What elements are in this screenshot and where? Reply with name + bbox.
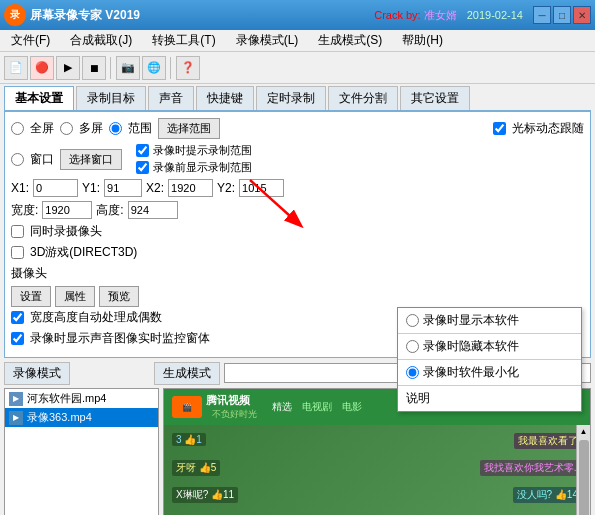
check-d3d[interactable] [11,246,24,259]
scroll-thumb[interactable] [579,440,589,515]
radio-multiscreen[interactable] [60,122,73,135]
toolbar-web[interactable]: 🌐 [142,56,166,80]
label-x1: X1: [11,181,29,195]
app-logo: 录 [4,4,26,26]
dd-hide-software-label: 录像时隐藏本软件 [423,338,519,355]
settings-button[interactable]: 设置 [11,286,51,307]
label-window: 窗口 [30,151,54,168]
check-sync-camera[interactable] [11,225,24,238]
input-width[interactable] [42,201,92,219]
file-icon-1: ▶ [9,392,23,406]
toolbar-screenshot[interactable]: 📷 [116,56,140,80]
label-auto-bitrate: 宽度高度自动处理成偶数 [30,309,162,326]
camera-row: 同时录摄像头 [11,223,584,240]
toolbar-record[interactable]: 🔴 [30,56,54,80]
dd-show-software-label: 录像时显示本软件 [423,312,519,329]
select-window-button[interactable]: 选择窗口 [60,149,122,170]
dd-separator3 [398,385,581,386]
comment-3: X琳呢? 👍11 [172,487,238,503]
record-mode-label: 录像模式 [4,362,70,385]
select-range-button[interactable]: 选择范围 [158,118,220,139]
nav-tv[interactable]: 电视剧 [302,400,332,414]
file-list[interactable]: ▶ 河东软件园.mp4 ▶ 录像363.mp4 [4,388,159,515]
toolbar: 📄 🔴 ▶ ⏹ 📷 🌐 ❓ [0,52,595,84]
tab-split[interactable]: 文件分割 [328,86,398,110]
check-auto-bitrate[interactable] [11,311,24,324]
label-sync-camera: 同时录摄像头 [30,223,102,240]
main-content: 基本设置 录制目标 声音 快捷键 定时录制 文件分割 其它设置 全屏 多屏 范围… [0,84,595,515]
file-item-2[interactable]: ▶ 录像363.mp4 [5,408,158,427]
check-show-range-start[interactable] [136,144,149,157]
menu-help[interactable]: 帮助(H) [393,29,452,52]
check-light-dynamic[interactable] [493,122,506,135]
input-x2[interactable] [168,179,213,197]
tab-audio[interactable]: 声音 [148,86,194,110]
menu-tools[interactable]: 转换工具(T) [143,29,224,52]
dd-minimize-software[interactable]: 录像时软件最小化 [398,362,581,383]
menu-file[interactable]: 文件(F) [2,29,59,52]
left-buttons: 设置 属性 预览 [11,286,584,307]
toolbar-new[interactable]: 📄 [4,56,28,80]
preview-button[interactable]: 预览 [99,286,139,307]
radio-hide-software[interactable] [406,340,419,353]
maximize-button[interactable]: □ [553,6,571,24]
tab-other[interactable]: 其它设置 [400,86,470,110]
file-name-2: 录像363.mp4 [27,410,92,425]
crack-label: Crack by: 准女婿 [374,8,457,23]
menu-generate[interactable]: 生成模式(S) [309,29,391,52]
scroll-right[interactable]: ▲ ▼ [576,425,590,515]
toolbar-help[interactable]: ❓ [176,56,200,80]
tab-row: 基本设置 录制目标 声音 快捷键 定时录制 文件分割 其它设置 [4,88,591,112]
comment-right-3: 没人吗? 👍14 [513,487,582,503]
dd-separator2 [398,359,581,360]
input-y2[interactable] [239,179,284,197]
label-show-range-start: 录像时提示录制范围 [153,143,252,158]
toolbar-separator [110,57,112,79]
properties-button[interactable]: 属性 [55,286,95,307]
comment-right-1: 我最喜欢看了 [514,433,582,449]
menu-bar: 文件(F) 合成截取(J) 转换工具(T) 录像模式(L) 生成模式(S) 帮助… [0,30,595,52]
scroll-up-btn[interactable]: ▲ [578,425,590,438]
nav-movie[interactable]: 电影 [342,400,362,414]
label-y2: Y2: [217,181,235,195]
app-title: 屏幕录像专家 V2019 [30,7,374,24]
dd-separator [398,333,581,334]
minimize-button[interactable]: ─ [533,6,551,24]
radio-fullscreen[interactable] [11,122,24,135]
menu-record-mode[interactable]: 录像模式(L) [227,29,308,52]
dd-hide-software[interactable]: 录像时隐藏本软件 [398,336,581,357]
check-sound-monitor[interactable] [11,332,24,345]
radio-range[interactable] [109,122,122,135]
input-height[interactable] [128,201,178,219]
tab-hotkeys[interactable]: 快捷键 [196,86,254,110]
label-sound-monitor: 录像时显示声音图像实时监控窗体 [30,330,210,347]
tab-record-target[interactable]: 录制目标 [76,86,146,110]
label-d3d: 3D游戏(DIRECT3D) [30,244,137,261]
file-item-1[interactable]: ▶ 河东软件园.mp4 [5,389,158,408]
menu-capture[interactable]: 合成截取(J) [61,29,141,52]
check-show-range-before[interactable] [136,161,149,174]
close-button[interactable]: ✕ [573,6,591,24]
label-light-dynamic: 光标动态跟随 [512,120,584,137]
label-fullscreen: 全屏 [30,120,54,137]
tab-basic[interactable]: 基本设置 [4,86,74,110]
window-row: 窗口 选择窗口 录像时提示录制范围 录像前显示录制范围 [11,143,584,175]
radio-window[interactable] [11,153,24,166]
dd-help[interactable]: 说明 [398,388,581,409]
label-range: 范围 [128,120,152,137]
toolbar-stop[interactable]: ⏹ [82,56,106,80]
toolbar-separator2 [170,57,172,79]
label-x2: X2: [146,181,164,195]
input-y1[interactable] [104,179,142,197]
radio-minimize-software[interactable] [406,366,419,379]
label-camera: 摄像头 [11,265,47,282]
radio-show-software[interactable] [406,314,419,327]
tab-schedule[interactable]: 定时录制 [256,86,326,110]
label-show-range-before: 录像前显示录制范围 [153,160,252,175]
input-x1[interactable] [33,179,78,197]
nav-selected[interactable]: 精选 [272,400,292,414]
dd-show-software[interactable]: 录像时显示本软件 [398,310,581,331]
comment-1: 3 👍1 [172,433,206,446]
toolbar-play[interactable]: ▶ [56,56,80,80]
settings-panel: 全屏 多屏 范围 选择范围 光标动态跟随 窗口 选择窗口 录像时提示录制范围 [4,112,591,358]
